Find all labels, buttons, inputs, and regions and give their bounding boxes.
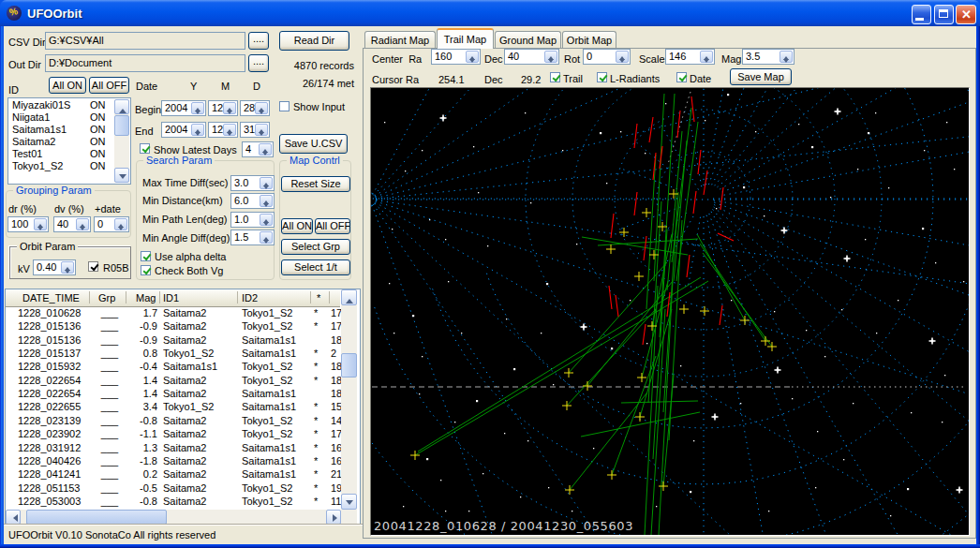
dec-spinner-down-icon[interactable]	[545, 57, 557, 63]
table-row[interactable]: 1228_041241___0.2Saitama2Saitama1s1*217	[6, 468, 341, 481]
r05b-checkbox[interactable]	[88, 261, 98, 272]
tab-ground-map[interactable]: Ground Map	[495, 31, 561, 49]
begin-year-spinner[interactable]: 2004	[161, 100, 206, 116]
show-latest-days-spinner-down-icon[interactable]	[260, 150, 271, 156]
id-list-scrollbar[interactable]	[114, 99, 129, 183]
table-row[interactable]: 1228_022655___3.4Tokyo1_S2Saitama1s1*153	[6, 401, 341, 414]
plus-date-spinner-down-icon[interactable]	[115, 225, 126, 230]
close-button[interactable]: ✕	[956, 5, 976, 24]
table-row[interactable]: 1228_040426___-1.8Saitama2Saitama1s1*16	[6, 455, 341, 468]
min-distance-spinner[interactable]: 6.0	[230, 193, 275, 209]
trail-map-canvas[interactable]: 20041228_010628 / 20041230_055603	[370, 87, 970, 536]
table-row[interactable]: 1228_023139___-0.8Saitama2Tokyo1_S2*148	[6, 415, 341, 428]
end-day-spinner-down-icon[interactable]	[256, 130, 267, 136]
end-month-spinner-down-icon[interactable]	[224, 130, 235, 136]
min-distance-spinner-down-icon[interactable]	[260, 201, 272, 207]
table-row[interactable]: 1228_022654___1.4Saitama2Saitama1s1180	[6, 388, 341, 401]
table-vscrollbar[interactable]	[341, 289, 357, 510]
save-map-button[interactable]: Save Map	[730, 68, 792, 85]
id-list-item[interactable]: Saitama1s1ON	[8, 124, 113, 136]
tab-radiant-map[interactable]: Radiant Map	[364, 31, 436, 49]
save-ucsv-button[interactable]: Save U.CSV	[279, 134, 348, 154]
table-scroll-up[interactable]	[341, 289, 357, 305]
id-list-scroll-up[interactable]	[114, 99, 129, 114]
table-header-grp[interactable]: Grp	[98, 292, 115, 304]
table-header-id2[interactable]: ID2	[242, 292, 258, 304]
table-header-id1[interactable]: ID1	[163, 292, 179, 304]
table-header-date-time[interactable]: DATE_TIME	[22, 292, 80, 304]
begin-year-spinner-down-icon[interactable]	[192, 109, 203, 114]
table-row[interactable]: 1228_022654___1.4Saitama2Tokyo1_S2*184	[6, 375, 341, 388]
begin-day-spinner[interactable]: 28	[240, 100, 270, 116]
table-scroll-left[interactable]	[6, 510, 21, 525]
table-vscroll-thumb[interactable]	[341, 353, 357, 378]
table-header[interactable]: DATE_TIMEGrpMagID1ID2*	[6, 289, 340, 307]
out-dir-input[interactable]: D:¥Document	[45, 54, 245, 72]
table-row[interactable]: 1228_015136___-0.9Saitama2Tokyo1_S2*177	[6, 320, 341, 333]
table-scroll-down[interactable]	[341, 494, 357, 510]
id-list-item[interactable]: Tokyo1_S2ON	[8, 160, 113, 172]
id-listbox[interactable]: Miyazaki01SONNiigata1ONSaitama1s1ONSaita…	[7, 97, 131, 185]
read-dir-button[interactable]: Read Dir	[279, 31, 349, 51]
check-both-vg-checkbox[interactable]	[141, 265, 151, 275]
select-1t-button[interactable]: Select 1/t	[281, 259, 350, 275]
maximize-button[interactable]	[934, 5, 954, 24]
mag-spinner-down-icon[interactable]	[780, 57, 792, 63]
show-latest-days-spinner[interactable]: 4	[242, 141, 274, 157]
dr-spinner[interactable]: 100	[7, 216, 49, 232]
end-month-spinner[interactable]: 12	[208, 122, 238, 138]
id-all-on-button[interactable]: All ON	[49, 77, 86, 94]
kv-spinner[interactable]: 0.40	[33, 259, 76, 275]
tab-orbit-map[interactable]: Orbit Map	[562, 31, 616, 49]
minimize-button[interactable]	[912, 5, 931, 24]
title-bar[interactable]: % UFOOrbit ✕	[0, 0, 980, 26]
id-all-off-button[interactable]: All OFF	[89, 77, 129, 94]
min-path-len-spinner-down-icon[interactable]	[260, 220, 272, 226]
table-row[interactable]: 1228_031912___1.3Saitama2Saitama1s1*165	[6, 442, 341, 455]
min-path-len-spinner[interactable]: 1.0	[230, 212, 275, 228]
table-hscrollbar[interactable]	[6, 510, 341, 525]
table-row[interactable]: 1228_010628___1.7Saitama2Tokyo1_S2*17	[6, 307, 341, 320]
table-row[interactable]: 1228_015136___-0.9Saitama2Saitama1s1185	[6, 334, 341, 348]
mag-spinner[interactable]: 3.5	[742, 49, 794, 65]
dv-spinner[interactable]: 40	[53, 216, 91, 232]
trail-checkbox[interactable]	[550, 72, 560, 82]
table-header-mag[interactable]: Mag	[136, 292, 156, 304]
table-row[interactable]: 1228_015932___-0.4Saitama1s1Tokyo1_S2*18…	[6, 361, 341, 374]
plus-date-spinner[interactable]: 0	[94, 216, 129, 232]
end-day-spinner[interactable]: 31	[240, 122, 270, 138]
table-header--[interactable]: *	[317, 292, 320, 304]
map-all-off-button[interactable]: All OFF	[315, 218, 350, 234]
center-ra-spinner[interactable]: 160	[431, 49, 481, 65]
min-angle-diff-spinner-down-icon[interactable]	[260, 238, 272, 244]
l-radiants-checkbox[interactable]	[597, 72, 607, 82]
dv-spinner-down-icon[interactable]	[77, 225, 88, 230]
dr-spinner-down-icon[interactable]	[35, 225, 46, 230]
id-list-scroll-down[interactable]	[114, 168, 129, 183]
table-body[interactable]: 1228_010628___1.7Saitama2Tokyo1_S2*17122…	[6, 307, 341, 510]
id-list-item[interactable]: Miyazaki01SON	[8, 99, 113, 111]
table-row[interactable]: 1228_053003___-0.8Saitama2Tokyo1_S2*114	[6, 496, 341, 509]
id-list-item[interactable]: Saitama2ON	[8, 136, 113, 148]
table-scroll-right[interactable]	[326, 510, 341, 525]
scale-spinner-down-icon[interactable]	[701, 57, 712, 63]
begin-month-spinner[interactable]: 12	[208, 100, 238, 116]
kv-spinner-down-icon[interactable]	[62, 268, 73, 274]
scale-spinner[interactable]: 146	[665, 49, 715, 65]
table-row[interactable]: 1228_051153___-0.5Saitama2Tokyo1_S2*192	[6, 482, 341, 496]
table-row[interactable]: 1228_023902___-1.1Saitama2Tokyo1_S2*177	[6, 428, 341, 441]
begin-day-spinner-down-icon[interactable]	[256, 109, 267, 114]
use-alpha-delta-checkbox[interactable]	[141, 251, 151, 261]
end-year-spinner-down-icon[interactable]	[192, 130, 203, 136]
dec-spinner[interactable]: 40	[504, 49, 559, 65]
show-latest-checkbox[interactable]	[140, 143, 150, 154]
show-input-checkbox[interactable]	[279, 101, 290, 111]
csv-browse-button[interactable]: ....	[248, 32, 269, 50]
tab-trail-map[interactable]: Trail Map	[437, 28, 494, 49]
max-time-diff-spinner[interactable]: 3.0	[230, 175, 275, 191]
end-year-spinner[interactable]: 2004	[161, 122, 206, 138]
id-list-item[interactable]: Niigata1ON	[8, 111, 113, 124]
id-list-scroll-thumb[interactable]	[114, 115, 129, 136]
reset-size-button[interactable]: Reset Size	[281, 176, 350, 192]
rot-spinner-down-icon[interactable]	[616, 57, 628, 63]
